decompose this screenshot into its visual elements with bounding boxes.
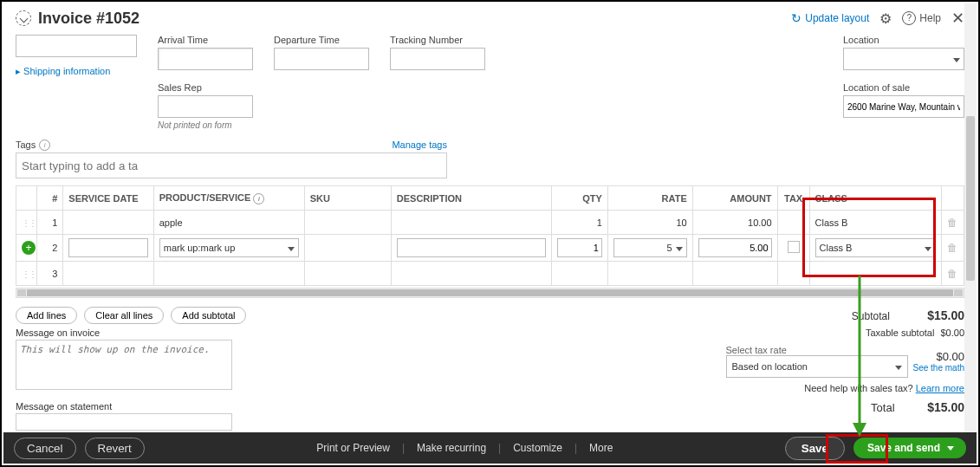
add-lines-button[interactable]: Add lines: [16, 307, 77, 324]
col-description: DESCRIPTION: [391, 186, 551, 211]
amount-input[interactable]: [698, 238, 772, 257]
info-icon[interactable]: [39, 139, 50, 151]
location-label: Location: [843, 35, 964, 45]
arrival-time-input[interactable]: [158, 48, 253, 70]
close-icon[interactable]: [951, 9, 964, 28]
location-sale-input[interactable]: [843, 95, 964, 118]
table-row[interactable]: 3: [16, 262, 964, 286]
tax-rate-value: Based on location: [732, 361, 808, 372]
subtotal-amount: $15.00: [927, 308, 964, 322]
line-items-table: # SERVICE DATE PRODUCT/SERVICE SKU DESCR…: [16, 185, 964, 286]
tax-rate-select[interactable]: Based on location: [726, 355, 908, 378]
cancel-button[interactable]: Cancel: [14, 438, 76, 459]
chevron-down-icon: [953, 54, 960, 64]
trash-icon[interactable]: [947, 243, 957, 253]
col-class: CLASS: [809, 186, 941, 211]
learn-more-link[interactable]: Learn more: [916, 383, 964, 393]
help-link[interactable]: Help: [902, 11, 941, 25]
row-amount[interactable]: 10.00: [692, 211, 777, 235]
msg-statement-label: Message on statement: [16, 401, 232, 412]
horizontal-scrollbar[interactable]: [16, 288, 964, 298]
drag-handle-icon[interactable]: [22, 269, 36, 279]
add-subtotal-button[interactable]: Add subtotal: [171, 307, 246, 324]
more-link[interactable]: More: [584, 442, 618, 454]
page-title: Invoice #1052: [38, 10, 140, 28]
tax-checkbox[interactable]: [788, 241, 800, 253]
location-select[interactable]: [843, 48, 964, 70]
see-math-link[interactable]: See the math: [913, 363, 964, 373]
msg-invoice-input[interactable]: [16, 340, 232, 390]
class-value: Class B: [820, 243, 853, 253]
row-num: 1: [36, 211, 62, 235]
row-product[interactable]: apple: [153, 211, 304, 235]
col-num: #: [36, 186, 62, 211]
vertical-scrollbar[interactable]: [964, 3, 977, 432]
row-num: 3: [36, 262, 62, 286]
col-qty: QTY: [551, 186, 607, 211]
arrival-time-label: Arrival Time: [158, 35, 253, 45]
help-icon: [902, 11, 916, 25]
sales-rep-input[interactable]: [158, 95, 253, 118]
product-value: mark up:mark up: [164, 243, 236, 253]
service-date-input[interactable]: [68, 238, 147, 257]
row-rate[interactable]: 10: [607, 211, 692, 235]
description-input[interactable]: [397, 238, 546, 257]
product-select[interactable]: mark up:mark up: [159, 238, 299, 257]
table-row[interactable]: + 2 mark up:mark up 5: [16, 235, 964, 262]
tax-amount: $0.00: [922, 350, 964, 363]
tracking-number-label: Tracking Number: [390, 35, 485, 45]
refresh-icon: [791, 11, 802, 25]
tags-input[interactable]: [16, 152, 447, 178]
tracking-number-input[interactable]: [390, 48, 485, 70]
make-recurring-link[interactable]: Make recurring: [412, 442, 491, 454]
taxable-amount: $0.00: [940, 328, 964, 338]
revert-button[interactable]: Revert: [85, 438, 145, 459]
print-preview-link[interactable]: Print or Preview: [311, 442, 395, 454]
trash-icon[interactable]: [947, 217, 957, 228]
total-label: Total: [871, 401, 894, 414]
history-icon[interactable]: [16, 10, 31, 26]
col-tax: TAX: [777, 186, 809, 211]
row-num: 2: [36, 235, 62, 262]
trash-icon[interactable]: [947, 269, 957, 279]
sales-rep-label: Sales Rep: [158, 82, 253, 93]
class-select[interactable]: Class B: [815, 238, 936, 257]
row-class[interactable]: Class B: [809, 211, 941, 235]
chevron-down-icon: [676, 243, 683, 253]
gear-icon[interactable]: [879, 10, 892, 27]
col-service-date: SERVICE DATE: [63, 186, 153, 211]
save-button[interactable]: Save: [785, 437, 845, 460]
manage-tags-link[interactable]: Manage tags: [392, 139, 447, 150]
chevron-down-icon: [925, 243, 931, 253]
table-row[interactable]: 1 apple 1 10 10.00 Class B: [16, 211, 964, 235]
col-rate: RATE: [607, 186, 692, 211]
qty-input[interactable]: [557, 238, 602, 257]
subtotal-label: Subtotal: [852, 310, 890, 322]
footer-bar: Cancel Revert Print or Preview | Make re…: [3, 432, 977, 464]
chevron-down-icon: [895, 361, 902, 372]
shipping-info-link[interactable]: ▸ Shipping information: [16, 66, 137, 77]
rate-select[interactable]: 5: [613, 238, 687, 257]
row-qty[interactable]: 1: [551, 211, 607, 235]
col-amount: AMOUNT: [692, 186, 777, 211]
taxable-label: Taxable subtotal: [866, 328, 935, 338]
total-amount: $15.00: [927, 400, 964, 414]
msg-statement-input[interactable]: [16, 413, 232, 431]
location-sale-label: Location of sale: [843, 82, 964, 93]
clear-lines-button[interactable]: Clear all lines: [84, 307, 164, 324]
customize-link[interactable]: Customize: [508, 442, 568, 454]
departure-time-input[interactable]: [274, 48, 369, 70]
update-layout-link[interactable]: Update layout: [791, 11, 869, 25]
rate-value: 5: [618, 243, 676, 253]
save-and-send-button[interactable]: Save and send: [853, 438, 966, 458]
sales-rep-note: Not printed on form: [158, 120, 253, 130]
col-product: PRODUCT/SERVICE: [153, 186, 304, 211]
drag-handle-icon[interactable]: [22, 217, 36, 228]
save-send-label: Save and send: [867, 442, 940, 454]
help-label: Help: [919, 12, 941, 24]
add-row-icon[interactable]: +: [22, 241, 36, 255]
tax-help-text: Need help with sales tax?: [804, 383, 915, 393]
unnamed-top-input[interactable]: [16, 35, 137, 57]
msg-invoice-label: Message on invoice: [16, 328, 232, 338]
info-icon[interactable]: [253, 192, 264, 203]
